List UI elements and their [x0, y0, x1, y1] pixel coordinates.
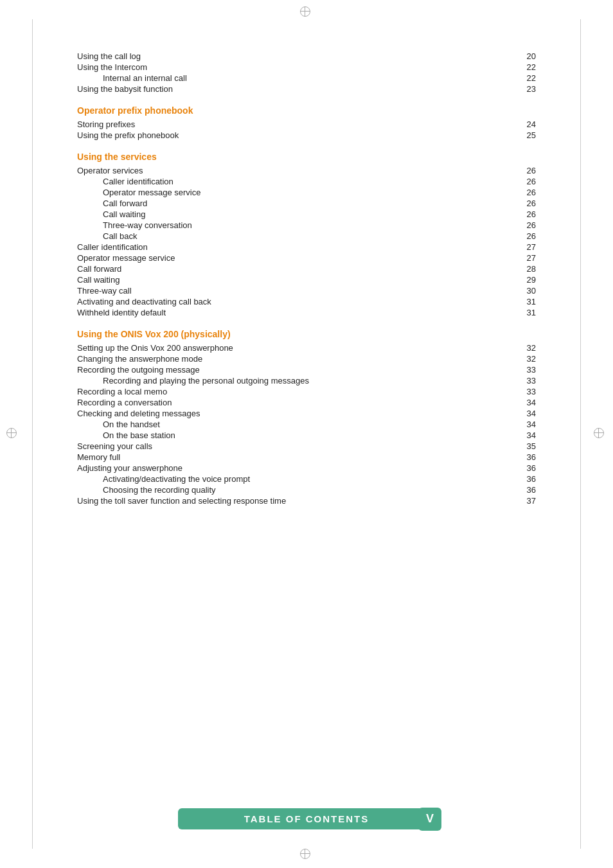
- border-left: [32, 19, 33, 849]
- list-item: Using the Intercom 22: [77, 62, 536, 72]
- section-intro: Using the call log 20 Using the Intercom…: [77, 51, 536, 94]
- list-item: Call forward 26: [77, 199, 536, 208]
- list-item: Operator message service 26: [77, 188, 536, 197]
- bottom-bar: Table of contents V: [39, 808, 574, 829]
- list-item: Adjusting your answerphone 36: [77, 463, 536, 473]
- page-wrapper: Using the call log 20 Using the Intercom…: [0, 0, 613, 868]
- section-onis-vox: Using the ONIS Vox 200 (physically) Sett…: [77, 329, 536, 506]
- list-item: Using the babysit function 23: [77, 84, 536, 94]
- list-item: Memory full 36: [77, 452, 536, 462]
- list-item: Call waiting 29: [77, 275, 536, 285]
- list-item: Three-way conversation 26: [77, 220, 536, 230]
- list-item: On the base station 34: [77, 430, 536, 440]
- list-item: Caller identification 26: [77, 177, 536, 186]
- border-right: [580, 19, 581, 849]
- list-item: Using the toll saver function and select…: [77, 496, 536, 506]
- page-title: Table of contents: [244, 813, 369, 824]
- section-heading-onis-vox: Using the ONIS Vox 200 (physically): [77, 329, 536, 339]
- list-item: Using the prefix phonebook 25: [77, 130, 536, 140]
- list-item: Choosing the recording quality 36: [77, 485, 536, 495]
- list-item: Operator services 26: [77, 166, 536, 175]
- bottom-bar-container: Table of contents V: [178, 808, 435, 829]
- toc-content: Using the call log 20 Using the Intercom…: [51, 39, 562, 521]
- list-item: Changing the answerphone mode 32: [77, 354, 536, 364]
- list-item: Setting up the Onis Vox 200 answerphone …: [77, 343, 536, 353]
- list-item: Withheld identity default 31: [77, 308, 536, 317]
- section-heading-using-services: Using the services: [77, 152, 536, 162]
- section-operator-prefix: Operator prefix phonebook Storing prefix…: [77, 105, 536, 140]
- list-item: Activating and deactivating call back 31: [77, 297, 536, 306]
- list-item: Storing prefixes 24: [77, 120, 536, 129]
- list-item: Activating/deactivating the voice prompt…: [77, 474, 536, 484]
- reg-mark-bottom: [300, 849, 313, 862]
- reg-mark-top: [300, 6, 313, 19]
- list-item: Recording a local memo 33: [77, 387, 536, 396]
- list-item: Operator message service 27: [77, 253, 536, 263]
- list-item: Call back 26: [77, 231, 536, 241]
- page-badge: V: [418, 808, 441, 831]
- list-item: Recording and playing the personal outgo…: [77, 376, 536, 385]
- list-item: Internal an internal call 22: [77, 73, 536, 83]
- list-item: Call forward 28: [77, 264, 536, 274]
- list-item: Call waiting 26: [77, 209, 536, 219]
- reg-mark-right: [594, 428, 607, 441]
- list-item: Recording the outgoing message 33: [77, 365, 536, 375]
- list-item: Checking and deleting messages 34: [77, 409, 536, 418]
- section-heading-operator-prefix: Operator prefix phonebook: [77, 105, 536, 116]
- list-item: On the handset 34: [77, 420, 536, 429]
- list-item: Screening your calls 35: [77, 441, 536, 451]
- section-using-services: Using the services Operator services 26 …: [77, 152, 536, 317]
- list-item: Recording a conversation 34: [77, 398, 536, 407]
- list-item: Caller identification 27: [77, 242, 536, 252]
- list-item: Three-way call 30: [77, 286, 536, 296]
- reg-mark-left: [6, 428, 19, 441]
- list-item: Using the call log 20: [77, 51, 536, 61]
